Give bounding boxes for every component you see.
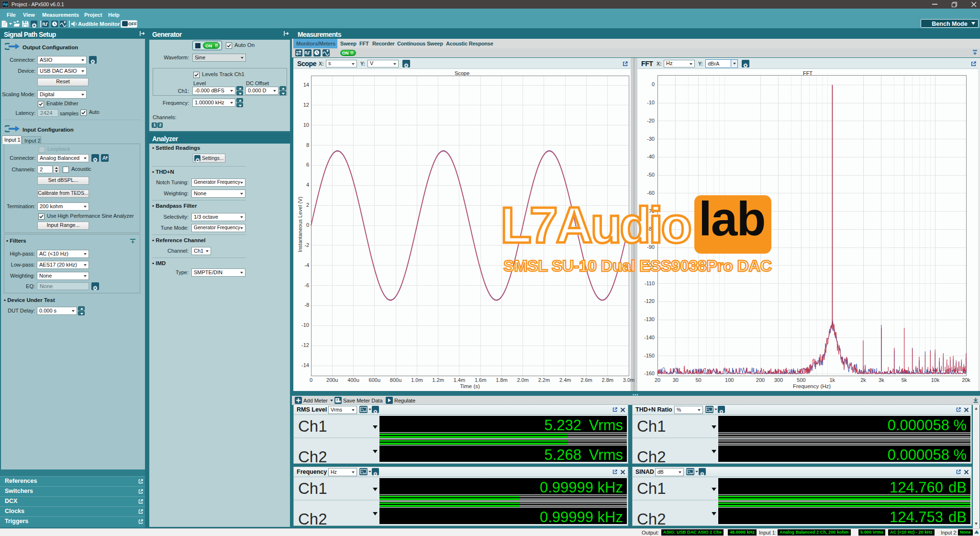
svg-text:A: A <box>102 155 106 161</box>
